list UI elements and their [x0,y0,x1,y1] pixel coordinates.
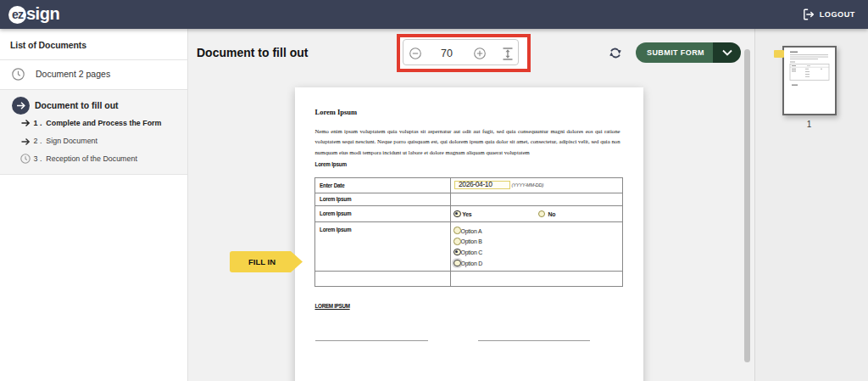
svg-text:FILL IN: FILL IN [248,257,275,266]
